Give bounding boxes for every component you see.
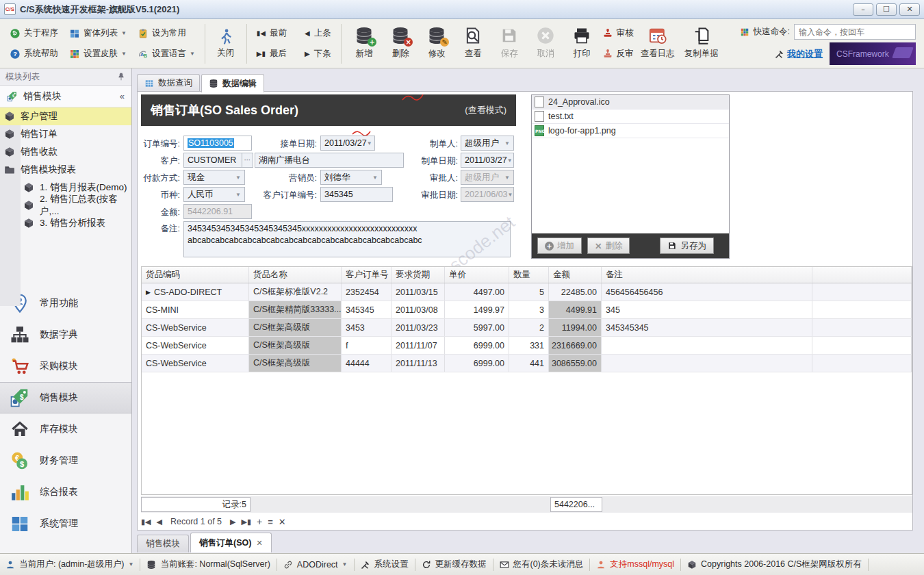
current-row-icon: ▶ [146, 289, 151, 296]
prev-record-button[interactable]: ◀上条 [300, 27, 335, 39]
delete-button[interactable]: × 删除 [385, 23, 417, 60]
next-record-icon[interactable]: ▶ [230, 518, 235, 526]
receive-date-combo[interactable]: 2011/03/27▼ [320, 136, 375, 151]
file-row[interactable]: PNG logo-for-app1.png [532, 124, 729, 138]
db-support[interactable]: 支持mssql/mysql [596, 559, 674, 570]
plus-circle-icon: + [545, 242, 554, 251]
make-date-combo[interactable]: 2011/03/27▼ [461, 153, 514, 168]
table-row[interactable]: CS-WebService C/S框架高级版 44444 2011/11/13 … [142, 355, 912, 372]
minimize-button[interactable]: – [853, 3, 873, 16]
remark-textarea[interactable]: 345345345345345345345345xxxxxxxxxxxxxxxx… [183, 221, 511, 257]
close-window-button[interactable]: ✕ [899, 3, 920, 16]
table-row[interactable]: CS-WebService C/S框架高级版 f 2011/11/07 6999… [142, 337, 912, 355]
close-form-button[interactable]: 关闭 [211, 28, 241, 59]
edit-record-icon[interactable]: ≡ [268, 517, 273, 527]
sidebar-title: 模块列表 [5, 71, 40, 83]
approve-date-combo: 2021/06/03▼ [461, 187, 514, 202]
set-skin-button[interactable]: 设置皮肤▼ [65, 47, 131, 61]
set-language-button[interactable]: 设置语言▼ [133, 47, 199, 61]
col-header[interactable]: 客户订单号 [342, 267, 392, 283]
sidebar-item-sales-order[interactable]: 销售订单 [0, 125, 131, 143]
attachment-delete-button[interactable]: ✕ 删除 [587, 238, 630, 254]
sidebar-item-customer-mgmt[interactable]: 客户管理 [0, 107, 131, 125]
first-record-icon[interactable]: ▮◀ [141, 518, 151, 526]
customer-order-input[interactable]: 345345 [320, 187, 393, 202]
col-header[interactable]: 单价 [445, 267, 509, 283]
floppy-icon [500, 26, 519, 45]
connection-mode[interactable]: ADODirect▼ [283, 560, 348, 570]
col-header[interactable]: 货品编码 [142, 267, 249, 283]
attachment-save-as-button[interactable]: 另存为 [660, 238, 714, 254]
pin-icon[interactable] [116, 72, 126, 81]
sidebar-item-sales-receipt[interactable]: 销售收款 [0, 143, 131, 161]
collapse-icon[interactable]: « [120, 91, 125, 101]
approve-button[interactable]: 审核 [602, 27, 634, 39]
module-inventory[interactable]: 库存模块 [0, 413, 131, 445]
col-header[interactable]: 金额 [549, 267, 602, 283]
view-log-button[interactable]: 查看日志 [638, 23, 678, 60]
form-list-button[interactable]: 窗体列表▼ [65, 26, 131, 40]
currency-combo[interactable]: 人民币▼ [183, 187, 245, 202]
refresh-icon [422, 560, 431, 570]
cancel-button[interactable]: 取消 [530, 23, 562, 60]
delete-record-icon[interactable]: ✕ [279, 517, 286, 527]
table-row[interactable]: CS-WebService C/S框架高级版 3453 2011/03/23 5… [142, 319, 912, 337]
sidebar-module-header[interactable]: 销售模块 « [0, 86, 131, 107]
payment-combo[interactable]: 现金▼ [183, 170, 245, 185]
modify-button[interactable]: ✎ 修改 [421, 23, 453, 60]
first-record-button[interactable]: ▮◀最前 [253, 27, 291, 39]
customer-code-input[interactable]: CUSTOMER [183, 153, 242, 168]
about-button[interactable]: 关于程序 [5, 26, 62, 40]
tab-data-edit[interactable]: 数据编辑 [201, 74, 264, 92]
doc-tab-sales-order[interactable]: 销售订单(SO) ✕ [190, 533, 272, 552]
file-row[interactable]: 24_Approval.ico [532, 95, 729, 110]
file-row[interactable]: test.txt [532, 110, 729, 124]
maker-combo[interactable]: 超级用户▼ [461, 136, 514, 151]
my-settings-link[interactable]: 我的设置 [775, 48, 823, 60]
prev-record-icon[interactable]: ◀ [157, 518, 162, 526]
unread-messages[interactable]: 您有(0)条未读消息 [500, 559, 584, 570]
add-button[interactable]: + 新增 [348, 23, 381, 60]
attachment-add-button[interactable]: + 增加 [537, 238, 582, 254]
doc-tab-sales-module[interactable]: 销售模块 [137, 535, 189, 552]
support-person-icon [596, 560, 606, 570]
module-data-dictionary[interactable]: 数据字典 [0, 319, 131, 350]
close-tab-icon[interactable]: ✕ [256, 539, 262, 548]
col-header[interactable]: 货品名称 [249, 267, 342, 283]
module-finance[interactable]: 财务管理 [0, 445, 131, 476]
print-button[interactable]: 打印 [566, 23, 598, 60]
set-favorite-button[interactable]: 设为常用 [133, 26, 199, 40]
last-record-button[interactable]: ▶▮最后 [253, 48, 291, 60]
currency-label: 币种: [138, 190, 180, 201]
append-record-icon[interactable]: + [257, 516, 262, 527]
col-header[interactable]: 要求货期 [392, 267, 445, 283]
module-sales[interactable]: 销售模块 [0, 382, 131, 413]
copy-document-button[interactable]: 复制单据 [682, 23, 721, 60]
last-record-icon[interactable]: ▶▮ [242, 518, 252, 526]
module-reports[interactable]: 综合报表 [0, 476, 131, 508]
sidebar-item-sales-reports[interactable]: 销售模块报表 [0, 161, 131, 179]
refresh-cache[interactable]: 更新缓存数据 [422, 559, 487, 570]
table-row[interactable]: ▶CS-ADO-DIRECT C/S框架标准版V2.2 2352454 2011… [142, 283, 912, 301]
maximize-button[interactable]: ☐ [876, 3, 897, 16]
col-header[interactable]: 备注 [602, 267, 812, 283]
tab-data-query[interactable]: 数据查询 [137, 74, 200, 92]
save-button[interactable]: 保存 [493, 23, 526, 60]
system-help-button[interactable]: 系统帮助 [5, 47, 62, 61]
unapprove-button[interactable]: 反审 [602, 48, 634, 60]
view-button[interactable]: 查看 [457, 23, 489, 60]
module-purchasing[interactable]: 采购模块 [0, 350, 131, 382]
current-user[interactable]: 当前用户: (admin-超级用户)▼ [5, 559, 133, 570]
current-account[interactable]: 当前账套: Normal(SqlServer) [146, 559, 270, 570]
quick-command-input[interactable] [794, 24, 916, 40]
table-row[interactable]: CS-MINI C/S框架精简版33333... 345345 2011/03/… [142, 301, 912, 319]
customer-lookup-button[interactable]: ⋯ [242, 153, 253, 168]
next-record-button[interactable]: ▶下条 [300, 48, 335, 60]
salesman-combo[interactable]: 刘德华▼ [320, 170, 382, 185]
order-no-input[interactable]: SO1103005 [183, 136, 252, 151]
cube-icon [4, 129, 15, 140]
sidebar-item-summary-report[interactable]: 2. 销售汇总表(按客户,... [0, 196, 131, 214]
col-header[interactable]: 数量 [509, 267, 549, 283]
system-settings[interactable]: 系统设置 [361, 559, 409, 570]
module-system[interactable]: 系统管理 [0, 508, 131, 539]
